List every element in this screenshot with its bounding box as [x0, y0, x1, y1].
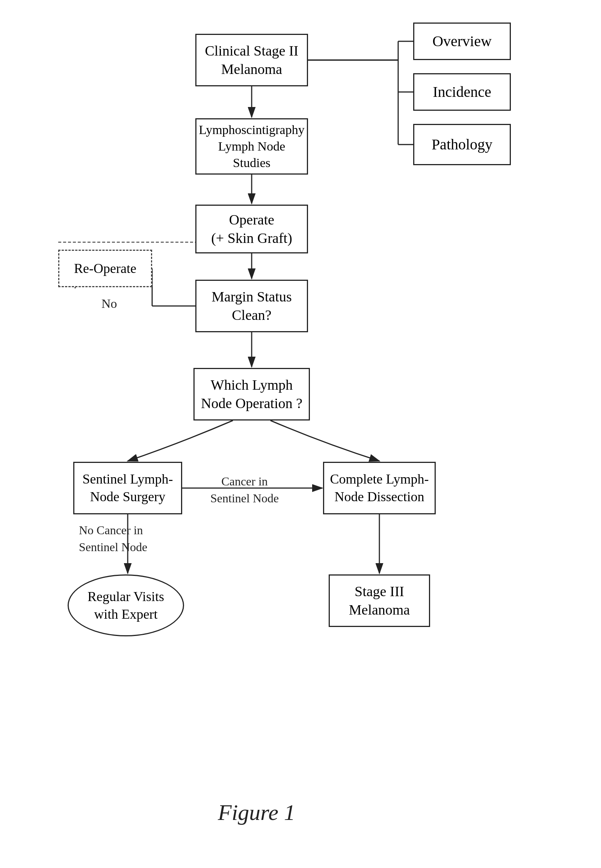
complete-box: Complete Lymph-Node Dissection [323, 462, 436, 514]
sentinel-box: Sentinel Lymph-Node Surgery [73, 462, 182, 514]
pathology-box: Pathology [413, 124, 511, 165]
stage-iii-box: Stage IIIMelanoma [329, 574, 430, 627]
figure-label: Figure 1 [218, 799, 295, 825]
overview-box: Overview [413, 23, 511, 60]
margin-status-box: Margin StatusClean? [195, 280, 308, 332]
no-cancer-label: No Cancer inSentinel Node [79, 522, 147, 556]
flowchart: Clinical Stage II Melanoma Overview Inci… [0, 0, 601, 868]
which-lymph-box: Which LymphNode Operation ? [194, 368, 310, 420]
lympho-box: LymphoscintigraphyLymph NodeStudies [195, 118, 308, 175]
regular-visits-box: Regular Visitswith Expert [68, 574, 184, 637]
cancer-sentinel-label: Cancer inSentinel Node [211, 473, 279, 507]
operate-box: Operate(+ Skin Graft) [195, 205, 308, 253]
no-label: No [101, 297, 117, 311]
clinical-stage-box: Clinical Stage II Melanoma [195, 34, 308, 86]
re-operate-box: Re-Operate [58, 250, 152, 287]
incidence-box: Incidence [413, 73, 511, 111]
